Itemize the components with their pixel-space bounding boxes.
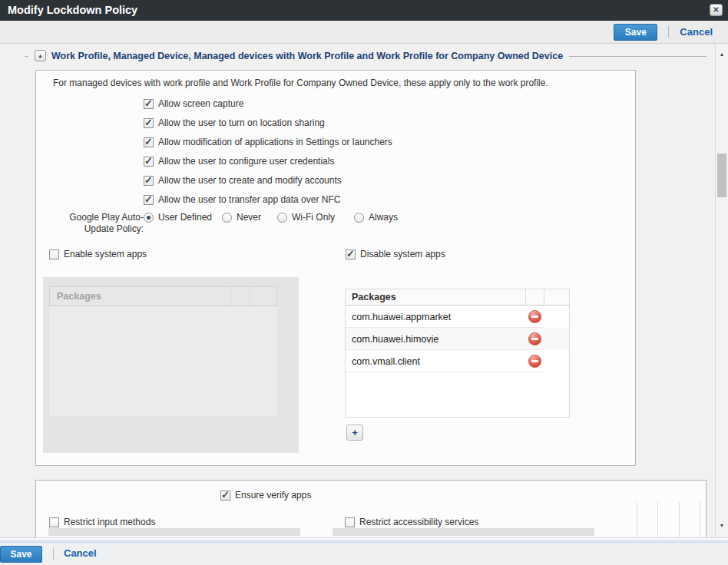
disable-packages-table: Packages com.huawei.appmarket com.huawei… (345, 289, 570, 418)
table-row: com.huawei.himovie (346, 328, 569, 350)
table-header-placeholder (333, 528, 594, 536)
dialog-title: Modify Lockdown Policy (8, 0, 137, 21)
checkbox-label[interactable]: Allow the user to turn on location shari… (158, 117, 325, 128)
table-column-divider (657, 502, 658, 537)
top-toolbar: Save Cancel (0, 21, 728, 44)
restrict-accessibility-services-row: Restrict accessibility services (345, 517, 478, 527)
always-radio[interactable] (354, 213, 364, 223)
remove-cell (525, 355, 544, 368)
remove-cell (525, 332, 544, 345)
checkbox-row-allow-screen-capture: Allow screen capture (144, 98, 392, 109)
enable-packages-panel-disabled: Packages + (43, 277, 299, 453)
allow-modify-applications-checkbox[interactable] (144, 137, 154, 147)
checkbox-label[interactable]: Allow the user to create and modify acco… (158, 175, 342, 186)
checkbox-row-location-sharing: Allow the user to turn on location shari… (144, 117, 392, 128)
label-line: Update Policy: (84, 223, 144, 234)
google-play-policy-label: Google Play Auto- Update Policy: (58, 212, 144, 235)
enable-packages-table: Packages (49, 286, 277, 416)
allow-location-sharing-checkbox[interactable] (144, 118, 154, 128)
table-column-divider (679, 502, 680, 537)
allow-nfc-transfer-checkbox[interactable] (144, 195, 154, 205)
work-profile-section-title: Work Profile, Managed Device, Managed de… (51, 51, 563, 61)
permission-checkbox-list: Allow screen capture Allow the user to t… (144, 98, 392, 213)
checkbox-label[interactable]: Restrict accessibility services (359, 517, 478, 527)
checkbox-label[interactable]: Allow screen capture (158, 98, 243, 109)
table-header-cell (250, 287, 276, 306)
cancel-button[interactable]: Cancel (680, 26, 713, 38)
user-defined-radio[interactable] (144, 213, 154, 223)
checkbox-label[interactable]: Ensure verify apps (235, 490, 311, 501)
table-header-cell (230, 287, 250, 306)
cancel-button-bottom[interactable]: Cancel (64, 546, 97, 561)
work-profile-description: For managed devices with work profile an… (53, 78, 548, 88)
radio-option-user-defined: User Defined (144, 212, 222, 223)
wifi-only-radio[interactable] (277, 213, 287, 223)
radio-option-never: Never (222, 212, 277, 223)
checkbox-label[interactable]: Enable system apps (64, 249, 147, 259)
save-button-bottom[interactable]: Save (0, 546, 42, 563)
bottom-toolbar: Save Cancel (0, 543, 728, 565)
ensure-verify-apps-checkbox[interactable] (220, 491, 230, 501)
packages-column-header: Packages (346, 292, 525, 302)
scroll-up-icon[interactable]: ▲ (716, 51, 728, 57)
vertical-scrollbar[interactable]: ▲ ▼ (715, 44, 728, 537)
remove-icon[interactable] (528, 355, 541, 368)
table-header-cell (544, 289, 569, 305)
ensure-verify-apps-row: Ensure verify apps (220, 490, 311, 501)
google-play-policy-options: User Defined Never Wi-Fi Only Always (144, 212, 409, 223)
radio-label[interactable]: Always (369, 212, 398, 223)
restrict-input-methods-row: Restrict input methods (49, 517, 155, 527)
label-line: Google Play Auto- (69, 212, 144, 223)
add-package-button[interactable]: + (346, 425, 363, 441)
checkbox-label[interactable]: Restrict input methods (64, 517, 155, 527)
packages-column-header: Packages (50, 291, 230, 302)
disable-system-apps-checkbox[interactable] (346, 249, 356, 259)
package-name: com.huawei.appmarket (346, 312, 525, 322)
allow-screen-capture-checkbox[interactable] (144, 99, 154, 109)
remove-icon[interactable] (528, 332, 541, 345)
dialog-titlebar: Modify Lockdown Policy ✕ (0, 0, 728, 21)
never-radio[interactable] (222, 213, 232, 223)
scroll-down-icon[interactable]: ▼ (716, 523, 728, 528)
package-name: com.huawei.himovie (346, 334, 525, 345)
checkbox-label[interactable]: Disable system apps (360, 249, 445, 259)
collapse-section-icon[interactable]: ▲ (35, 50, 46, 61)
toolbar-separator (668, 26, 669, 38)
footer-divider (0, 537, 728, 543)
close-icon[interactable]: ✕ (710, 4, 723, 16)
table-row: com.huawei.appmarket (346, 306, 569, 328)
remove-icon[interactable] (528, 310, 541, 323)
package-name: com.vmall.client (346, 356, 525, 367)
remove-cell (525, 310, 544, 323)
verify-apps-section-box: Ensure verify apps Restrict input method… (35, 480, 706, 537)
table-header-cell (525, 289, 544, 305)
checkbox-label[interactable]: Allow the user to transfer app data over… (158, 194, 340, 205)
radio-label[interactable]: Never (237, 212, 261, 223)
scrollbar-thumb[interactable] (717, 154, 726, 197)
enable-system-apps-checkbox[interactable] (49, 249, 59, 259)
enable-packages-table-body (49, 306, 277, 416)
enable-system-apps-row: Enable system apps (49, 249, 147, 259)
radio-label[interactable]: Wi-Fi Only (292, 212, 335, 223)
dialog-content: ▲ Work Profile, Managed Device, Managed … (0, 44, 728, 537)
save-button[interactable]: Save (614, 24, 657, 41)
restrict-input-methods-checkbox[interactable] (49, 517, 59, 527)
table-column-divider (637, 502, 637, 537)
toolbar-separator (53, 548, 54, 560)
work-profile-section-header: ▲ Work Profile, Managed Device, Managed … (28, 50, 569, 61)
radio-option-wifi-only: Wi-Fi Only (277, 212, 354, 223)
table-header-row: Packages (346, 289, 569, 306)
modify-lockdown-policy-dialog: Modify Lockdown Policy ✕ Save Cancel ▲ W… (0, 0, 728, 565)
checkbox-label[interactable]: Allow the user to configure user credent… (158, 156, 334, 167)
table-column-divider (700, 502, 700, 537)
allow-user-credentials-checkbox[interactable] (144, 157, 154, 167)
checkbox-row-nfc-transfer: Allow the user to transfer app data over… (144, 194, 392, 205)
checkbox-row-modify-accounts: Allow the user to create and modify acco… (144, 175, 392, 186)
table-header-row: Packages (49, 286, 277, 306)
checkbox-label[interactable]: Allow modification of applications in Se… (158, 137, 392, 147)
table-header-placeholder (48, 528, 300, 536)
allow-modify-accounts-checkbox[interactable] (144, 176, 154, 186)
restrict-accessibility-services-checkbox[interactable] (345, 517, 355, 527)
work-profile-section: ▲ Work Profile, Managed Device, Managed … (25, 56, 706, 57)
radio-label[interactable]: User Defined (158, 212, 212, 223)
